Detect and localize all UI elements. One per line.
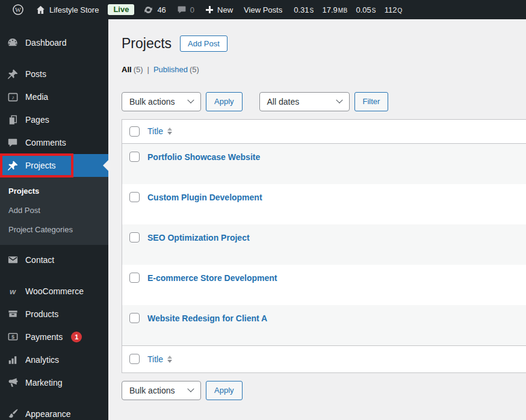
sidebar-item-label: Projects xyxy=(25,161,56,170)
sidebar-item-label: Pages xyxy=(25,115,49,125)
project-title-link[interactable]: Custom Plugin Development xyxy=(147,192,262,203)
project-title-link[interactable]: Portfolio Showcase Website xyxy=(147,152,260,162)
bulk-actions-select-bottom[interactable]: Bulk actions xyxy=(122,381,201,400)
project-title-link[interactable]: SEO Optimization Project xyxy=(147,232,250,243)
main-content: Projects Add Post All(5) | Published(5) … xyxy=(108,19,526,420)
page-header: Projects Add Post xyxy=(122,35,526,53)
sidebar-item-contact[interactable]: Contact xyxy=(0,249,108,271)
sort-desc-icon xyxy=(167,132,172,135)
new-label: New xyxy=(217,5,233,14)
title-column-footer[interactable]: Title xyxy=(147,354,172,364)
sidebar-item-comments[interactable]: Comments xyxy=(0,131,108,154)
sidebar-item-label: Comments xyxy=(25,138,66,147)
all-dates-value: All dates xyxy=(267,97,300,107)
filter-button[interactable]: Filter xyxy=(354,92,389,111)
add-post-button[interactable]: Add Post xyxy=(180,36,227,52)
site-name-label: Lifestyle Store xyxy=(49,5,99,14)
all-dates-select[interactable]: All dates xyxy=(259,92,350,111)
wordpress-logo-icon: W xyxy=(12,4,24,16)
sidebar-item-media[interactable]: ♪ Media xyxy=(0,85,108,108)
sidebar-item-woocommerce[interactable]: w WooCommerce xyxy=(0,280,108,303)
chevron-down-icon xyxy=(187,385,194,392)
apply-button[interactable]: Apply xyxy=(206,92,243,111)
table-toolbar-bottom: Bulk actions Apply xyxy=(122,381,526,400)
submenu-item-projects[interactable]: Projects xyxy=(0,182,108,201)
view-posts-link[interactable]: View Posts xyxy=(238,0,288,19)
updates-link[interactable]: 46 xyxy=(138,0,171,19)
svg-text:$: $ xyxy=(11,334,14,340)
sort-indicators xyxy=(167,128,172,135)
wordpress-logo-menu[interactable]: W xyxy=(6,0,30,19)
chevron-down-icon xyxy=(336,96,342,103)
title-column-label: Title xyxy=(147,126,163,136)
select-all-checkbox[interactable] xyxy=(129,126,140,137)
sidebar-item-label: Analytics xyxy=(25,355,59,365)
sidebar-item-payments[interactable]: $ Payments 1 xyxy=(0,326,108,348)
sort-indicators xyxy=(167,356,172,363)
media-icon: ♪ xyxy=(6,91,19,103)
submenu-item-project-categories[interactable]: Project Categories xyxy=(0,220,108,239)
svg-text:W: W xyxy=(15,7,21,13)
sidebar-item-projects[interactable]: Projects xyxy=(0,154,108,177)
menu-separator xyxy=(0,54,108,63)
apply-button-bottom[interactable]: Apply xyxy=(206,381,243,400)
post-status-views: All(5) | Published(5) xyxy=(122,65,526,74)
view-all-link[interactable]: All(5) xyxy=(122,65,143,74)
payments-icon: $ xyxy=(6,331,19,342)
stat-query-count: 112Q xyxy=(385,5,403,14)
bulk-actions-value: Bulk actions xyxy=(129,386,175,395)
sidebar-item-pages[interactable]: Pages xyxy=(0,108,108,131)
title-column-header[interactable]: Title xyxy=(147,126,172,136)
comments-link[interactable]: 0 xyxy=(172,0,200,19)
menu-separator xyxy=(0,394,108,403)
live-badge: Live xyxy=(108,4,134,15)
site-name-link[interactable]: Lifestyle Store xyxy=(30,0,104,19)
row-checkbox[interactable] xyxy=(129,273,140,283)
updates-count: 46 xyxy=(157,5,166,14)
views-separator: | xyxy=(147,65,149,74)
sidebar-item-products[interactable]: Products xyxy=(0,303,108,326)
project-title-link[interactable]: E-commerce Store Development xyxy=(147,273,277,283)
sidebar-item-label: Marketing xyxy=(25,378,62,388)
stat-memory: 17.9MB xyxy=(322,5,347,14)
sort-asc-icon xyxy=(167,356,172,359)
table-row: Custom Plugin Development xyxy=(122,184,526,224)
sidebar-item-label: Payments xyxy=(25,332,63,342)
sidebar-item-dashboard[interactable]: Dashboard xyxy=(0,31,108,54)
submenu-item-add-post[interactable]: Add Post xyxy=(0,201,108,220)
pushpin-icon xyxy=(6,69,19,80)
sidebar-item-label: Dashboard xyxy=(25,38,67,48)
row-checkbox[interactable] xyxy=(129,152,140,162)
pages-icon xyxy=(6,114,19,126)
table-row: SEO Optimization Project xyxy=(122,224,526,265)
svg-text:w: w xyxy=(10,286,16,295)
sidebar-item-marketing[interactable]: Marketing xyxy=(0,371,108,394)
bulk-actions-select[interactable]: Bulk actions xyxy=(122,92,201,111)
new-content-link[interactable]: New xyxy=(200,0,238,19)
view-posts-label: View Posts xyxy=(244,5,282,14)
sidebar-item-analytics[interactable]: Analytics xyxy=(0,348,108,371)
comments-icon xyxy=(6,137,19,148)
sidebar-item-label: Products xyxy=(25,309,58,319)
project-title-link[interactable]: Website Redesign for Client A xyxy=(147,313,267,324)
sidebar-item-appearance[interactable]: Appearance xyxy=(0,403,108,420)
row-checkbox[interactable] xyxy=(129,192,140,202)
comment-bubble-icon xyxy=(177,5,187,14)
projects-list-table: Title Portfolio Showcase Website Custom … xyxy=(122,119,526,373)
sidebar-item-label: Appearance xyxy=(25,409,71,419)
admin-sidebar: Dashboard Posts ♪ Media xyxy=(0,19,108,420)
select-all-checkbox[interactable] xyxy=(129,354,140,364)
envelope-icon xyxy=(6,254,19,265)
home-icon xyxy=(36,5,46,15)
title-column-label: Title xyxy=(147,354,163,364)
wordpress-admin-screen: W Lifestyle Store Live 46 0 New xyxy=(0,0,526,420)
row-checkbox[interactable] xyxy=(129,313,140,323)
view-published-link[interactable]: Published(5) xyxy=(153,65,199,74)
sidebar-item-label: WooCommerce xyxy=(25,286,84,296)
payments-notification-badge: 1 xyxy=(71,332,82,342)
woocommerce-icon: w xyxy=(6,285,19,297)
projects-submenu: Projects Add Post Project Categories xyxy=(0,177,108,245)
sidebar-item-posts[interactable]: Posts xyxy=(0,63,108,85)
row-checkbox[interactable] xyxy=(129,232,140,242)
sidebar-item-label: Contact xyxy=(25,255,54,265)
